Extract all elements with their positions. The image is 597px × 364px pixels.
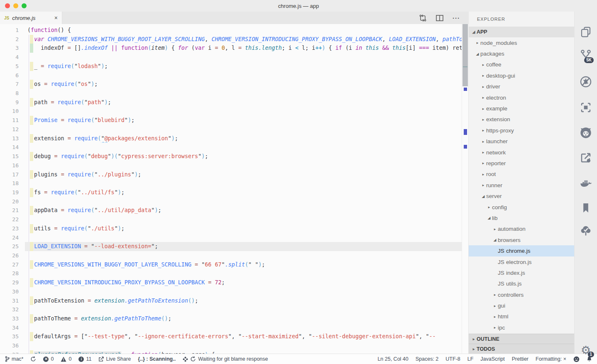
code-line[interactable]: 10 — [0, 107, 462, 116]
code-line[interactable]: 30 — [0, 287, 462, 296]
code-line[interactable]: 33 pathToTheme = extension.getPathToThem… — [0, 314, 462, 323]
debug-disabled-icon[interactable] — [579, 75, 592, 88]
chevron-collapsed-icon[interactable]: ▸ — [480, 139, 486, 144]
bookmarks-icon[interactable] — [580, 202, 592, 214]
screenshot-frame-icon[interactable] — [580, 101, 592, 114]
tree-folder-html[interactable]: ▸html — [469, 311, 574, 322]
chevron-collapsed-icon[interactable]: ▸ — [486, 205, 492, 209]
code-line[interactable]: 7 os = require("os"); — [0, 80, 462, 89]
code-line[interactable]: 16 — [0, 161, 462, 170]
errors-item[interactable]: ✕ 0 — [43, 356, 54, 362]
chevron-collapsed-icon[interactable]: ▸ — [480, 150, 486, 154]
files-icon[interactable] — [580, 26, 592, 38]
tree-folder-electron[interactable]: ▸electron — [469, 92, 574, 103]
code-line[interactable]: 31 pathToExtension = extension.getPathTo… — [0, 296, 462, 305]
todo-tree-icon[interactable] — [579, 224, 592, 237]
code-line[interactable]: 5 _ = require("lodash"); — [0, 62, 462, 71]
code-line[interactable]: 3 indexOf = [].indexOf || function(item)… — [0, 44, 462, 53]
language-mode[interactable]: JavaScript — [480, 356, 504, 362]
infos-item[interactable]: i 11 — [78, 356, 91, 362]
code-line[interactable]: 24 — [0, 233, 462, 242]
code-line[interactable]: 26 — [0, 251, 462, 260]
tree-folder-desktop-gui[interactable]: ▸desktop-gui — [469, 70, 574, 81]
code-line[interactable]: 29 CHROME_VERSION_INTRODUCING_PROXY_BYPA… — [0, 278, 462, 287]
more-actions-icon[interactable]: ··· — [453, 15, 460, 22]
tree-folder-https-proxy[interactable]: ▸https-proxy — [469, 125, 574, 136]
scanning-item[interactable]: {..} : Scanning.. — [138, 356, 176, 362]
zoom-window-button[interactable] — [22, 3, 27, 8]
code-editor[interactable]: 1(function() {2 var CHROME_VERSIONS_WITH… — [0, 24, 468, 354]
github-icon[interactable] — [579, 126, 592, 139]
scrollbar-thumb[interactable] — [462, 24, 468, 86]
source-control-icon[interactable]: 5K — [580, 49, 592, 61]
chevron-collapsed-icon[interactable]: ▸ — [480, 95, 486, 100]
chevron-expanded-icon[interactable]: ◢ — [486, 216, 492, 220]
close-window-button[interactable] — [5, 3, 10, 8]
tree-file-utils-js[interactable]: JSutils.js — [469, 278, 574, 289]
tree-folder-ipc[interactable]: ▸ipc — [469, 322, 574, 333]
tree-folder-gui[interactable]: ▸gui — [469, 300, 574, 311]
code-line[interactable]: 28 — [0, 269, 462, 278]
tree-folder-coffee[interactable]: ▸coffee — [469, 59, 574, 70]
tree-folder-packages[interactable]: ◢packages — [469, 48, 574, 59]
git-blame-item[interactable]: Waiting for git blame response — [183, 356, 268, 362]
code-line[interactable]: 6 — [0, 71, 462, 80]
chevron-collapsed-icon[interactable]: ▸ — [480, 73, 486, 78]
chevron-collapsed-icon[interactable]: ▸ — [480, 63, 486, 67]
section-header-outline[interactable]: ▸ OUTLINE — [469, 334, 574, 344]
tree-folder-browsers[interactable]: ◢browsers — [469, 235, 574, 245]
chevron-collapsed-icon[interactable]: ▸ — [480, 117, 486, 122]
code-line[interactable]: 15 debug = require("debug")("cypress:ser… — [0, 152, 462, 161]
chevron-expanded-icon[interactable]: ◢ — [475, 52, 480, 56]
code-line[interactable]: 36 — [0, 341, 462, 350]
tree-folder-runner[interactable]: ▸runner — [469, 180, 574, 191]
code-line[interactable]: 11 Promise = require("bluebird"); — [0, 116, 462, 125]
tree-folder-server[interactable]: ◢server — [469, 191, 574, 201]
split-editor-icon[interactable] — [436, 15, 443, 21]
chevron-collapsed-icon[interactable]: ▸ — [475, 41, 480, 45]
encoding-setting[interactable]: UTF-8 — [445, 356, 460, 362]
git-branch-item[interactable]: mac* — [5, 356, 23, 362]
docker-icon[interactable] — [579, 177, 592, 190]
code-line[interactable]: 23 utils = require("./utils"); — [0, 224, 462, 233]
chevron-collapsed-icon[interactable]: ▸ — [480, 107, 486, 111]
code-line[interactable]: 8 — [0, 89, 462, 98]
chevron-collapsed-icon[interactable]: ▸ — [492, 304, 498, 308]
tree-folder-controllers[interactable]: ▸controllers — [469, 289, 574, 300]
eol-setting[interactable]: LF — [467, 356, 474, 362]
code-line[interactable]: 9 path = require("path"); — [0, 98, 462, 107]
live-share-button[interactable]: Live Share — [98, 356, 131, 362]
code-line[interactable]: 12 — [0, 125, 462, 134]
editor-scrollbar[interactable] — [462, 24, 468, 354]
code-line[interactable]: 25 LOAD_EXTENSION = "--load-extension="; — [0, 242, 462, 251]
tree-file-chrome-js[interactable]: JSchrome.js — [469, 245, 574, 256]
code-line[interactable]: 35 defaultArgs = ["--test-type", "--igno… — [0, 332, 462, 341]
tab-chrome-js[interactable]: JS chrome.js × — [0, 12, 62, 24]
code-line[interactable]: 34 — [0, 323, 462, 332]
code-line[interactable]: 27 CHROME_VERSIONS_WITH_BUGGY_ROOT_LAYER… — [0, 260, 462, 269]
tree-folder-network[interactable]: ▸network — [469, 147, 574, 158]
tree-folder-config[interactable]: ▸config — [469, 202, 574, 213]
code-line[interactable]: 21 appData = require("../util/app_data")… — [0, 206, 462, 215]
code-line[interactable]: 20 — [0, 197, 462, 206]
tree-folder-root[interactable]: ▸root — [469, 169, 574, 180]
tree-folder-reporter[interactable]: ▸reporter — [469, 158, 574, 169]
tree-folder-lib[interactable]: ◢lib — [469, 213, 574, 223]
chevron-collapsed-icon[interactable]: ▸ — [480, 161, 486, 165]
chevron-collapsed-icon[interactable]: ▸ — [492, 325, 498, 330]
chevron-collapsed-icon[interactable]: ▸ — [480, 172, 486, 176]
warnings-item[interactable]: 0 — [61, 356, 71, 362]
tree-folder-automation[interactable]: ▸automation — [469, 224, 574, 235]
code-line[interactable]: 37 pluginsBeforeBrowserLaunch = function… — [0, 350, 462, 354]
feedback-smiley-icon[interactable] — [573, 356, 580, 362]
share-feedback-icon[interactable] — [580, 151, 592, 164]
code-line[interactable]: 2 var CHROME_VERSIONS_WITH_BUGGY_ROOT_LA… — [0, 35, 462, 44]
chevron-collapsed-icon[interactable]: ▸ — [480, 128, 486, 132]
code-line[interactable]: 14 — [0, 143, 462, 152]
tree-folder-extension[interactable]: ▸extension — [469, 114, 574, 125]
formatting-toggle[interactable]: Formatting: × — [536, 356, 566, 362]
code-line[interactable]: 17 plugins = require("../plugins"); — [0, 170, 462, 179]
tree-file-electron-js[interactable]: JSelectron.js — [469, 257, 574, 267]
chevron-expanded-icon[interactable]: ◢ — [480, 194, 486, 198]
settings-gear-icon[interactable]: ⚙ 1 — [581, 345, 591, 356]
